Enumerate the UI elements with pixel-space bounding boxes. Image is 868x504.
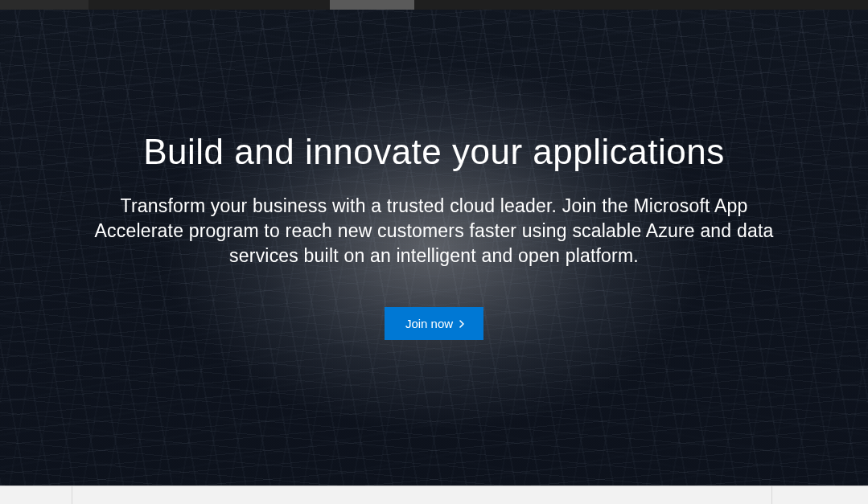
top-segment — [414, 0, 868, 10]
bottom-segment — [772, 486, 868, 504]
cta-label: Join now — [405, 317, 453, 330]
hero-section: Build and innovate your applications Tra… — [0, 10, 868, 486]
top-segment — [0, 0, 88, 10]
chevron-right-icon — [458, 319, 466, 329]
top-segment — [88, 0, 330, 10]
bottom-status-bar — [0, 486, 868, 504]
join-now-button[interactable]: Join now — [385, 307, 483, 340]
top-segment-active — [330, 0, 414, 10]
hero-subtitle: Transform your business with a trusted c… — [80, 194, 788, 268]
bottom-segment — [0, 486, 72, 504]
hero-title: Build and innovate your applications — [80, 131, 788, 174]
hero-content: Build and innovate your applications Tra… — [80, 131, 788, 341]
bottom-segment — [72, 486, 772, 504]
top-nav-bar — [0, 0, 868, 10]
